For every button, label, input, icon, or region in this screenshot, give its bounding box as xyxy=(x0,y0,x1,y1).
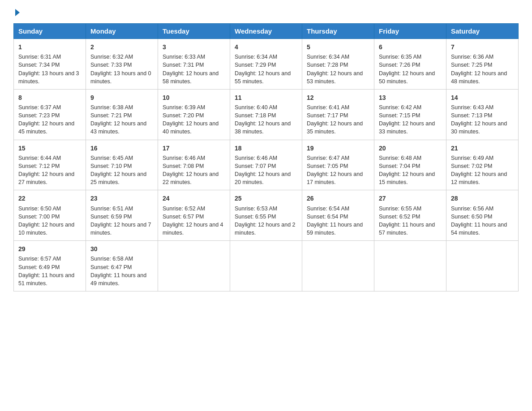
day-number: 7 xyxy=(451,43,514,51)
day-number: 25 xyxy=(235,194,297,203)
sunrise-label: Sunrise: 6:53 AM xyxy=(235,206,277,212)
daylight-label: Daylight: 12 hours and 17 minutes. xyxy=(307,171,363,185)
sunset-label: Sunset: 6:49 PM xyxy=(18,264,60,270)
day-number: 16 xyxy=(90,144,153,153)
sunset-label: Sunset: 7:18 PM xyxy=(235,112,276,119)
day-header-monday: Monday xyxy=(86,24,158,39)
day-number: 10 xyxy=(163,93,225,102)
calendar-table: SundayMondayTuesdayWednesdayThursdayFrid… xyxy=(13,23,519,291)
sunset-label: Sunset: 7:25 PM xyxy=(451,62,492,68)
day-cell-25: 25Sunrise: 6:53 AMSunset: 6:55 PMDayligh… xyxy=(230,190,302,241)
sunset-label: Sunset: 7:15 PM xyxy=(379,112,420,119)
day-cell-11: 11Sunrise: 6:40 AMSunset: 7:18 PMDayligh… xyxy=(230,89,302,140)
sunrise-label: Sunrise: 6:34 AM xyxy=(307,54,349,60)
sunrise-label: Sunrise: 6:46 AM xyxy=(163,155,205,161)
daylight-label: Daylight: 11 hours and 51 minutes. xyxy=(18,272,74,287)
day-cell-18: 18Sunrise: 6:46 AMSunset: 7:07 PMDayligh… xyxy=(230,140,302,190)
sunset-label: Sunset: 6:52 PM xyxy=(379,214,420,220)
day-cell-3: 3Sunrise: 6:33 AMSunset: 7:31 PMDaylight… xyxy=(158,39,230,90)
day-cell-7: 7Sunrise: 6:36 AMSunset: 7:25 PMDaylight… xyxy=(446,39,519,90)
day-cell-29: 29Sunrise: 6:57 AMSunset: 6:49 PMDayligh… xyxy=(14,241,86,291)
sunset-label: Sunset: 7:34 PM xyxy=(18,62,60,68)
day-header-saturday: Saturday xyxy=(446,24,519,39)
daylight-label: Daylight: 12 hours and 2 minutes. xyxy=(235,222,296,236)
sunrise-label: Sunrise: 6:37 AM xyxy=(18,104,61,111)
empty-cell xyxy=(374,241,446,291)
daylight-label: Daylight: 12 hours and 43 minutes. xyxy=(90,120,146,135)
day-number: 2 xyxy=(90,43,153,51)
sunrise-label: Sunrise: 6:57 AM xyxy=(18,256,61,262)
sunset-label: Sunset: 7:04 PM xyxy=(379,163,420,169)
sunset-label: Sunset: 7:21 PM xyxy=(90,112,132,119)
sunset-label: Sunset: 7:00 PM xyxy=(18,214,60,220)
day-cell-30: 30Sunrise: 6:58 AMSunset: 6:47 PMDayligh… xyxy=(86,241,158,291)
sunset-label: Sunset: 7:08 PM xyxy=(163,163,204,169)
day-number: 12 xyxy=(307,93,369,102)
day-cell-17: 17Sunrise: 6:46 AMSunset: 7:08 PMDayligh… xyxy=(158,140,230,190)
day-header-friday: Friday xyxy=(374,24,446,39)
day-header-sunday: Sunday xyxy=(14,24,86,39)
day-number: 27 xyxy=(379,194,442,203)
day-number: 26 xyxy=(307,194,369,203)
sunrise-label: Sunrise: 6:55 AM xyxy=(379,206,421,212)
day-cell-9: 9Sunrise: 6:38 AMSunset: 7:21 PMDaylight… xyxy=(86,89,158,140)
day-number: 24 xyxy=(163,194,225,203)
daylight-label: Daylight: 12 hours and 22 minutes. xyxy=(163,171,219,185)
daylight-label: Daylight: 12 hours and 15 minutes. xyxy=(379,171,435,185)
day-cell-12: 12Sunrise: 6:41 AMSunset: 7:17 PMDayligh… xyxy=(302,89,374,140)
week-row-3: 15Sunrise: 6:44 AMSunset: 7:12 PMDayligh… xyxy=(14,140,519,190)
sunset-label: Sunset: 7:02 PM xyxy=(451,163,492,169)
sunset-label: Sunset: 7:31 PM xyxy=(163,62,204,68)
sunrise-label: Sunrise: 6:51 AM xyxy=(90,206,133,212)
sunset-label: Sunset: 6:54 PM xyxy=(307,214,348,220)
sunrise-label: Sunrise: 6:40 AM xyxy=(235,104,277,111)
week-row-5: 29Sunrise: 6:57 AMSunset: 6:49 PMDayligh… xyxy=(14,241,519,291)
day-number: 28 xyxy=(451,194,514,203)
day-cell-13: 13Sunrise: 6:42 AMSunset: 7:15 PMDayligh… xyxy=(374,89,446,140)
empty-cell xyxy=(158,241,230,291)
sunset-label: Sunset: 7:05 PM xyxy=(307,163,348,169)
daylight-label: Daylight: 12 hours and 30 minutes. xyxy=(451,120,507,135)
daylight-label: Daylight: 12 hours and 7 minutes. xyxy=(90,222,151,236)
sunset-label: Sunset: 7:07 PM xyxy=(235,163,276,169)
sunset-label: Sunset: 7:26 PM xyxy=(379,62,420,68)
daylight-label: Daylight: 12 hours and 33 minutes. xyxy=(379,120,435,135)
day-cell-26: 26Sunrise: 6:54 AMSunset: 6:54 PMDayligh… xyxy=(302,190,374,241)
daylight-label: Daylight: 12 hours and 48 minutes. xyxy=(451,70,507,85)
day-number: 8 xyxy=(18,93,81,102)
sunrise-label: Sunrise: 6:43 AM xyxy=(451,104,493,111)
week-row-2: 8Sunrise: 6:37 AMSunset: 7:23 PMDaylight… xyxy=(14,89,519,140)
daylight-label: Daylight: 12 hours and 38 minutes. xyxy=(235,120,291,135)
day-number: 15 xyxy=(18,144,81,153)
daylight-label: Daylight: 12 hours and 55 minutes. xyxy=(235,70,291,85)
sunset-label: Sunset: 6:47 PM xyxy=(90,264,132,270)
daylight-label: Daylight: 12 hours and 4 minutes. xyxy=(163,222,223,236)
day-cell-5: 5Sunrise: 6:34 AMSunset: 7:28 PMDaylight… xyxy=(302,39,374,90)
day-number: 30 xyxy=(90,244,153,253)
sunrise-label: Sunrise: 6:58 AM xyxy=(90,256,133,262)
sunrise-label: Sunrise: 6:31 AM xyxy=(18,54,61,60)
sunset-label: Sunset: 6:55 PM xyxy=(235,214,276,220)
daylight-label: Daylight: 12 hours and 45 minutes. xyxy=(18,120,74,135)
sunrise-label: Sunrise: 6:33 AM xyxy=(163,54,205,60)
sunrise-label: Sunrise: 6:49 AM xyxy=(451,155,493,161)
daylight-label: Daylight: 12 hours and 35 minutes. xyxy=(307,120,363,135)
day-cell-23: 23Sunrise: 6:51 AMSunset: 6:59 PMDayligh… xyxy=(86,190,158,241)
day-cell-1: 1Sunrise: 6:31 AMSunset: 7:34 PMDaylight… xyxy=(14,39,86,90)
day-cell-10: 10Sunrise: 6:39 AMSunset: 7:20 PMDayligh… xyxy=(158,89,230,140)
sunrise-label: Sunrise: 6:48 AM xyxy=(379,155,421,161)
day-cell-21: 21Sunrise: 6:49 AMSunset: 7:02 PMDayligh… xyxy=(446,140,519,190)
day-number: 1 xyxy=(18,43,81,51)
logo-arrow-icon xyxy=(15,9,20,16)
day-cell-20: 20Sunrise: 6:48 AMSunset: 7:04 PMDayligh… xyxy=(374,140,446,190)
day-number: 22 xyxy=(18,194,81,203)
daylight-label: Daylight: 12 hours and 20 minutes. xyxy=(235,171,291,185)
day-cell-19: 19Sunrise: 6:47 AMSunset: 7:05 PMDayligh… xyxy=(302,140,374,190)
daylight-label: Daylight: 12 hours and 25 minutes. xyxy=(90,171,146,185)
day-number: 14 xyxy=(451,93,514,102)
day-cell-24: 24Sunrise: 6:52 AMSunset: 6:57 PMDayligh… xyxy=(158,190,230,241)
day-headers-row: SundayMondayTuesdayWednesdayThursdayFrid… xyxy=(14,24,519,39)
week-row-1: 1Sunrise: 6:31 AMSunset: 7:34 PMDaylight… xyxy=(14,39,519,90)
day-cell-15: 15Sunrise: 6:44 AMSunset: 7:12 PMDayligh… xyxy=(14,140,86,190)
daylight-label: Daylight: 12 hours and 27 minutes. xyxy=(18,171,74,185)
